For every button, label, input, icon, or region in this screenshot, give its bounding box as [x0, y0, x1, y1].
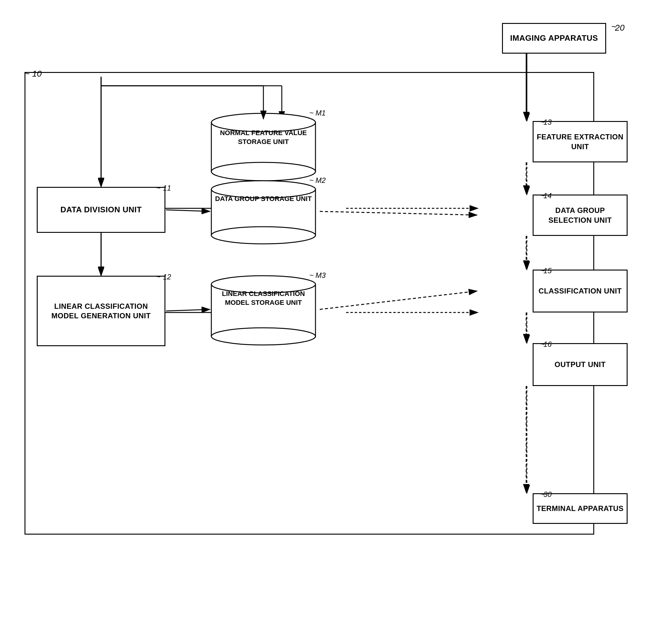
svg-point-22	[211, 328, 315, 345]
output-unit-box: OUTPUT UNIT	[533, 343, 628, 386]
data-division-unit-label: DATA DIVISION UNIT	[60, 205, 142, 215]
terminal-apparatus-label: TERMINAL APPARATUS	[536, 503, 624, 513]
data-division-unit-box: DATA DIVISION UNIT	[37, 187, 165, 233]
svg-point-19	[211, 227, 315, 244]
imaging-apparatus-label: IMAGING APPARATUS	[510, 33, 598, 43]
ref-11: 11	[163, 184, 171, 192]
ref-m1-tilde: ~	[309, 109, 314, 117]
dgs-cylinder: DATA GROUP STORAGE UNIT	[208, 178, 318, 245]
ref-14: 14	[543, 191, 551, 200]
dgs-storage-label: DATA GROUP STORAGE UNIT	[208, 191, 318, 206]
dgs-unit-box: DATA GROUP SELECTION UNIT	[533, 195, 628, 236]
imaging-apparatus-box: IMAGING APPARATUS	[502, 23, 606, 54]
ref-m2: M2	[315, 176, 325, 185]
lcms-label: LINEAR CLASSIFICATION MODEL STORAGE UNIT	[208, 286, 318, 310]
classification-box: CLASSIFICATION UNIT	[533, 269, 628, 313]
ref-10-label: 10	[32, 69, 42, 79]
ref-13: 13	[543, 118, 551, 127]
lcmg-unit-box: LINEAR CLASSIFICATION MODEL GENERATION U…	[37, 276, 165, 346]
imaging-apparatus-ref: 20	[615, 23, 625, 33]
dgs-unit-label: DATA GROUP SELECTION UNIT	[533, 206, 627, 225]
ref-12-tilde: ~	[156, 273, 161, 281]
ref-15: 15	[543, 266, 551, 275]
ref-m3-tilde: ~	[309, 271, 314, 280]
ref-16: 16	[543, 340, 551, 349]
lcmg-unit-label: LINEAR CLASSIFICATION MODEL GENERATION U…	[38, 298, 165, 324]
output-unit-label: OUTPUT UNIT	[555, 360, 606, 369]
ref-10-tilde: ~	[24, 69, 29, 79]
lcms-cylinder: LINEAR CLASSIFICATION MODEL STORAGE UNIT	[208, 273, 318, 346]
nfvs-label: NORMAL FEATURE VALUE STORAGE UNIT	[208, 126, 318, 149]
ref-30: 30	[543, 490, 551, 499]
feature-extraction-label: FEATURE EXTRACTION UNIT	[533, 132, 627, 151]
feature-extraction-box: FEATURE EXTRACTION UNIT	[533, 121, 628, 162]
classification-label: CLASSIFICATION UNIT	[538, 286, 622, 295]
ref-m2-tilde: ~	[309, 176, 314, 185]
ref-20-tilde: ~	[611, 22, 616, 32]
ref-m1: M1	[315, 109, 325, 117]
ref-11-tilde: ~	[156, 184, 161, 192]
ref-12: 12	[163, 273, 171, 281]
ref-m3: M3	[315, 271, 325, 280]
nfvs-cylinder: NORMAL FEATURE VALUE STORAGE UNIT	[208, 110, 318, 181]
